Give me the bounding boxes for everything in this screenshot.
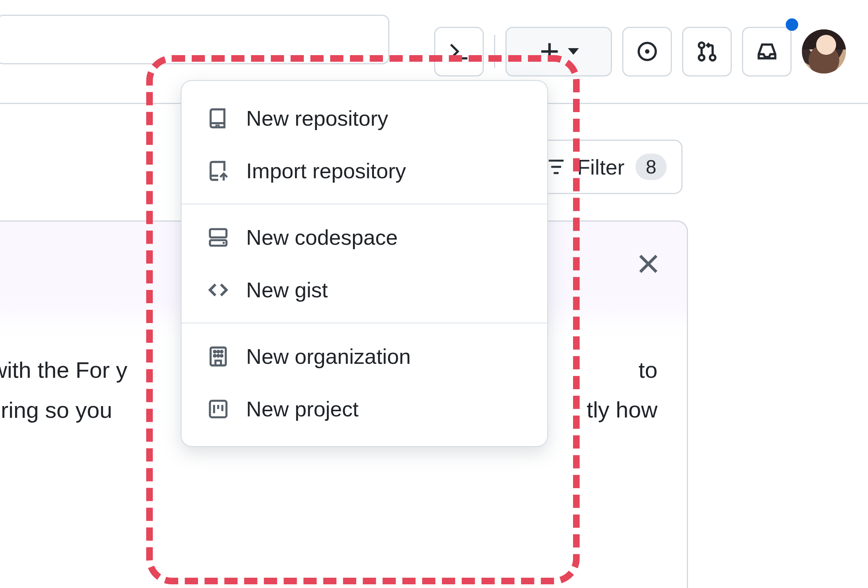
user-avatar[interactable] — [802, 30, 846, 74]
svg-point-2 — [699, 43, 704, 48]
menu-item-new-gist[interactable]: New gist — [182, 263, 547, 316]
menu-item-new-organization[interactable]: New organization — [182, 330, 547, 383]
filter-button[interactable]: Filter 8 — [530, 140, 682, 194]
codespaces-icon — [207, 226, 229, 248]
triangle-down-icon — [568, 46, 579, 57]
repo-push-icon — [207, 160, 229, 182]
menu-item-label: New organization — [246, 344, 411, 369]
svg-rect-5 — [210, 229, 227, 238]
menu-item-new-project[interactable]: New project — [182, 383, 547, 435]
svg-point-10 — [217, 350, 219, 352]
menu-item-new-repository[interactable]: New repository — [182, 92, 547, 145]
create-new-menu: New repository Import repository New cod… — [181, 80, 548, 447]
svg-point-4 — [710, 55, 715, 60]
inbox-icon — [756, 40, 778, 62]
svg-point-9 — [214, 350, 216, 352]
filter-label: Filter — [577, 155, 624, 179]
repo-icon — [207, 107, 229, 129]
svg-point-1 — [645, 49, 650, 54]
svg-point-13 — [217, 355, 219, 356]
plus-icon — [539, 40, 561, 62]
command-palette-button[interactable] — [434, 27, 484, 77]
menu-item-label: New repository — [246, 106, 388, 130]
menu-item-label: Import repository — [246, 158, 406, 183]
svg-point-7 — [223, 242, 225, 244]
project-icon — [207, 398, 229, 420]
create-new-button[interactable] — [505, 27, 612, 77]
issue-opened-icon — [636, 40, 658, 62]
svg-point-11 — [221, 350, 223, 352]
separator — [494, 35, 495, 68]
filter-icon — [546, 157, 566, 177]
pull-requests-button[interactable] — [682, 27, 732, 77]
issues-button[interactable] — [622, 27, 672, 77]
menu-item-label: New project — [246, 396, 359, 421]
menu-item-label: New gist — [246, 278, 328, 302]
organization-icon — [207, 346, 229, 368]
menu-item-label: New codespace — [246, 225, 398, 250]
git-pull-request-icon — [696, 40, 718, 62]
menu-item-new-codespace[interactable]: New codespace — [182, 211, 547, 263]
close-icon[interactable] — [635, 251, 661, 277]
terminal-icon — [448, 40, 470, 62]
svg-point-3 — [699, 55, 704, 60]
notifications-button[interactable] — [742, 27, 791, 77]
svg-point-12 — [214, 355, 216, 356]
filter-count-badge: 8 — [635, 154, 667, 180]
code-icon — [207, 279, 229, 301]
svg-point-14 — [221, 355, 223, 356]
menu-item-import-repository[interactable]: Import repository — [182, 145, 547, 197]
menu-separator — [182, 323, 547, 324]
unread-indicator — [786, 18, 798, 31]
menu-separator — [182, 204, 547, 204]
